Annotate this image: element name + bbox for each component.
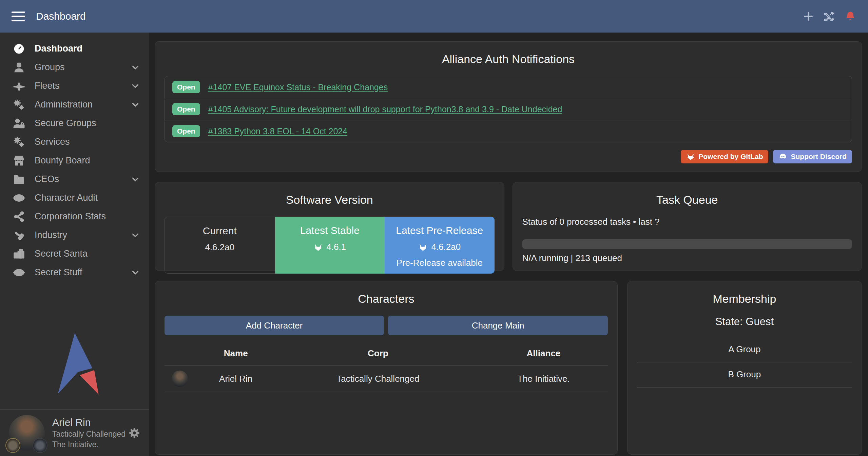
sidebar-item-character-audit[interactable]: Character Audit: [0, 189, 149, 207]
version-current: Current 4.6.2a0: [165, 217, 275, 274]
character-name: Ariel Rin: [195, 366, 276, 392]
sidebar-item-bounty-board[interactable]: Bounty Board: [0, 151, 149, 170]
character-alliance: The Initiative.: [479, 366, 607, 392]
user-footer: Ariel Rin Tactically Challenged The Init…: [0, 409, 149, 456]
main-content: Alliance Auth Notifications Open #1407 E…: [149, 33, 868, 456]
characters-title: Characters: [165, 292, 608, 305]
settings-gear-icon[interactable]: [128, 427, 140, 439]
sidebar-item-label: Corporation Stats: [35, 211, 106, 222]
shuffle-icon[interactable]: [823, 10, 835, 22]
sidebar-item-groups[interactable]: Groups: [0, 58, 149, 77]
sidebar-item-administration[interactable]: Administration: [0, 95, 149, 114]
sidebar: Dashboard Groups Fleets Administra: [0, 33, 149, 456]
user-avatar: [9, 415, 45, 451]
notification-link[interactable]: #1405 Advisory: Future development will …: [208, 104, 562, 114]
gitlab-icon: [313, 242, 323, 252]
sidebar-item-dashboard[interactable]: Dashboard: [0, 39, 149, 58]
user-lock-icon: [12, 117, 26, 130]
user-name: Ariel Rin: [52, 417, 126, 428]
column-header-alliance: Alliance: [479, 342, 607, 366]
sidebar-item-label: Secret Stuff: [35, 267, 82, 278]
chevron-down-icon: [130, 81, 140, 91]
hamburger-menu-icon[interactable]: [12, 12, 25, 21]
sidebar-item-secure-groups[interactable]: Secure Groups: [0, 114, 149, 133]
sidebar-item-label: Industry: [35, 230, 67, 240]
user-icon: [12, 61, 26, 74]
version-columns: Current 4.6.2a0 Latest Stable 4.6.1 Late…: [165, 217, 495, 274]
navbar-actions: [802, 10, 856, 22]
sidebar-item-services[interactable]: Services: [0, 133, 149, 151]
alliance-auth-logo: [43, 331, 106, 400]
sidebar-item-secret-stuff[interactable]: Secret Stuff: [0, 263, 149, 282]
gears-icon: [12, 136, 26, 148]
character-portrait: [172, 371, 188, 387]
membership-title: Membership: [637, 292, 852, 305]
status-badge: Open: [172, 103, 200, 115]
task-queue-summary: N/A running | 213 queued: [522, 253, 852, 263]
share-icon: [12, 211, 26, 223]
support-discord-badge[interactable]: Support Discord: [773, 150, 852, 163]
notification-link[interactable]: #1407 EVE Equinox Status - Breaking Chan…: [208, 82, 388, 92]
software-version-title: Software Version: [165, 193, 495, 206]
add-character-button[interactable]: Add Character: [165, 316, 384, 335]
footer-badges: Powered by GitLab Support Discord: [165, 150, 852, 163]
chevron-down-icon: [130, 62, 140, 73]
sidebar-item-corporation-stats[interactable]: Corporation Stats: [0, 207, 149, 226]
chevron-down-icon: [130, 100, 140, 110]
bell-icon[interactable]: [844, 10, 856, 22]
gitlab-icon: [418, 242, 428, 252]
task-queue-progressbar: [522, 239, 852, 249]
column-header-name: Name: [195, 342, 276, 366]
sidebar-item-label: Dashboard: [35, 43, 82, 54]
version-latest-prerelease: Latest Pre-Release 4.6.2a0 Pre-Release a…: [385, 217, 495, 274]
notifications-title: Alliance Auth Notifications: [165, 53, 852, 66]
change-main-button[interactable]: Change Main: [388, 316, 607, 335]
sidebar-item-label: Bounty Board: [35, 155, 90, 166]
corp-logo-icon: [5, 438, 20, 453]
task-queue-status: Status of 0 processed tasks • last ?: [522, 217, 852, 227]
folder-icon: [12, 173, 26, 185]
sidebar-item-label: Administration: [35, 99, 93, 110]
version-latest-stable: Latest Stable 4.6.1: [275, 217, 385, 274]
notification-row: Open #1407 EVE Equinox Status - Breaking…: [165, 76, 852, 98]
table-row: Ariel Rin Tactically Challenged The Init…: [165, 366, 608, 392]
fighter-jet-icon: [12, 80, 26, 92]
sidebar-item-secret-santa[interactable]: Secret Santa: [0, 244, 149, 263]
notification-row: Open #1405 Advisory: Future development …: [165, 98, 852, 120]
hammer-icon: [12, 229, 26, 241]
software-version-panel: Software Version Current 4.6.2a0 Latest …: [155, 182, 504, 271]
task-queue-title: Task Queue: [522, 193, 852, 206]
list-item: A Group: [637, 337, 852, 362]
alliance-logo-icon: [33, 438, 47, 453]
membership-state: State: Guest: [637, 316, 852, 328]
notification-row: Open #1383 Python 3.8 EOL - 14 Oct 2024: [165, 120, 852, 142]
notifications-panel: Alliance Auth Notifications Open #1407 E…: [155, 41, 862, 172]
characters-table: Name Corp Alliance Ariel Rin Tactically …: [165, 342, 608, 392]
top-navbar: Dashboard: [0, 0, 868, 33]
task-queue-panel: Task Queue Status of 0 processed tasks •…: [513, 182, 862, 271]
column-header-corp: Corp: [276, 342, 479, 366]
powered-by-gitlab-badge[interactable]: Powered by GitLab: [681, 150, 768, 163]
chevron-down-icon: [130, 230, 140, 240]
character-corp: Tactically Challenged: [276, 366, 479, 392]
list-item: B Group: [637, 362, 852, 388]
page-title: Dashboard: [36, 11, 86, 22]
user-corp: Tactically Challenged: [52, 430, 126, 439]
chevron-down-icon: [130, 267, 140, 278]
gears-icon: [12, 99, 26, 111]
gifts-icon: [12, 248, 26, 260]
notifications-list: Open #1407 EVE Equinox Status - Breaking…: [165, 76, 852, 142]
eye-icon: [12, 266, 26, 279]
sidebar-item-fleets[interactable]: Fleets: [0, 77, 149, 95]
plus-icon[interactable]: [802, 10, 814, 22]
gitlab-icon: [686, 152, 695, 161]
sidebar-item-label: Services: [35, 137, 70, 147]
user-alliance: The Initiative.: [52, 440, 126, 449]
sidebar-item-ceos[interactable]: CEOs: [0, 170, 149, 189]
sidebar-item-label: Secure Groups: [35, 118, 96, 128]
notification-link[interactable]: #1383 Python 3.8 EOL - 14 Oct 2024: [208, 126, 347, 136]
chevron-down-icon: [130, 174, 140, 184]
sidebar-item-industry[interactable]: Industry: [0, 226, 149, 244]
sidebar-item-label: Fleets: [35, 81, 60, 91]
store-icon: [12, 155, 26, 167]
